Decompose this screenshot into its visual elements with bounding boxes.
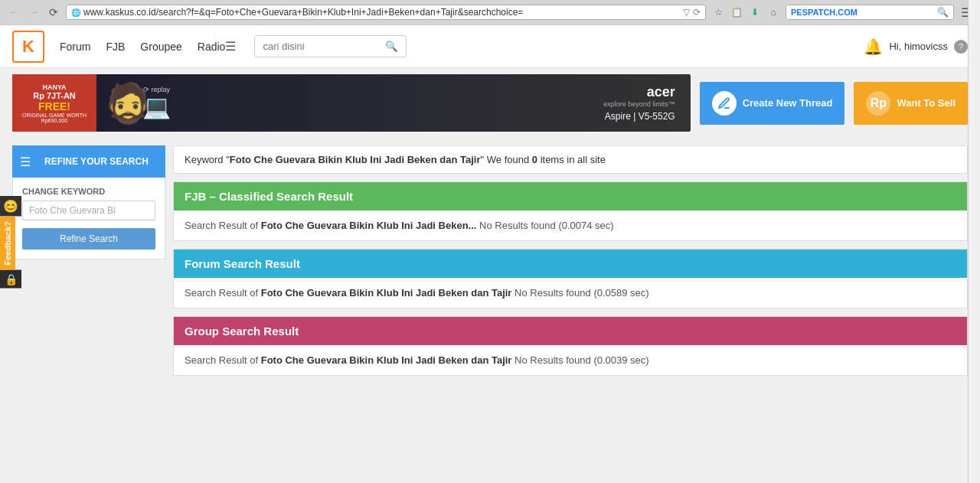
want-to-sell-label: Want To Sell: [897, 97, 956, 109]
fjb-result-section: FJB – Classified Search Result Search Re…: [173, 181, 968, 241]
main-content: ☰ REFINE YOUR SEARCH CHANGE KEYWORD Refi…: [0, 138, 980, 444]
forum-header: Forum Search Result: [174, 250, 967, 278]
search-engine-label: PESPATCH.COM: [791, 8, 858, 17]
browser-toolbar: ← → ⟳ 🌐 ▽ ⟳ ☆ 📋 ⬇ ⌂ PESPATCH.COM 🔍 ☰: [0, 0, 980, 24]
nav-links: Forum FJB Groupee Radio: [60, 38, 225, 56]
address-bar[interactable]: [83, 7, 683, 18]
star-button[interactable]: ☆: [710, 5, 726, 20]
create-thread-label: Create New Thread: [743, 97, 833, 109]
banner-aspire-text: Aspire | V5-552G: [603, 111, 675, 122]
forum-body: Search Result of Foto Che Guevara Bikin …: [174, 278, 967, 308]
browser-right: ☆ 📋 ⬇ ⌂: [710, 5, 781, 20]
group-keyword: Foto Che Guevara Bikin Klub Ini Jadi Bek…: [261, 354, 512, 366]
banner-area: HANYA Rp 7JT-AN FREE! ORIGINAL GAME WORT…: [0, 68, 980, 138]
banner-center: 🧔 ⟳ replay 💻 acer explore beyond limits™…: [96, 84, 691, 122]
fjb-keyword: Foto Che Guevara Bikin Klub Ini Jadi Bek…: [261, 220, 477, 231]
site-search-input[interactable]: [255, 36, 377, 57]
nav-fjb[interactable]: FJB: [106, 38, 125, 56]
home-button[interactable]: ⌂: [766, 5, 781, 20]
keyword-count: 0: [532, 154, 537, 165]
logo[interactable]: K: [12, 31, 44, 63]
group-result-section: Group Search Result Search Result of Fot…: [173, 316, 968, 376]
address-lock-icon: 🌐: [71, 8, 80, 17]
banner-acer-area: acer explore beyond limits™ Aspire | V5-…: [603, 84, 675, 122]
nav-groupee[interactable]: Groupee: [140, 38, 181, 56]
sidebar-header: ☰ REFINE YOUR SEARCH: [12, 145, 165, 178]
reload-button[interactable]: ⟳: [46, 5, 61, 20]
create-thread-text: Create New Thread: [743, 97, 833, 109]
keyword-postfix: items in all site: [537, 154, 606, 165]
header-right: 🔔 Hi, himovicss ?: [864, 38, 968, 56]
results-area: Keyword "Foto Che Guevara Bikin Klub Ini…: [173, 145, 968, 436]
nav-radio[interactable]: Radio: [198, 38, 226, 56]
banner-character: 🧔: [104, 81, 152, 126]
sidebar-body: CHANGE KEYWORD Refine Search: [12, 178, 165, 259]
download-button[interactable]: ⬇: [747, 5, 763, 20]
help-icon[interactable]: ?: [954, 40, 968, 54]
logo-letter: K: [22, 37, 34, 57]
refine-search-button[interactable]: Refine Search: [22, 228, 155, 250]
forum-result: No Results found (0.0589 sec): [511, 287, 648, 299]
group-header: Group Search Result: [174, 317, 967, 345]
fjb-body: Search Result of Foto Che Guevara Bikin …: [174, 210, 967, 240]
keyword-suffix: " We found: [481, 154, 532, 165]
forum-keyword: Foto Che Guevara Bikin Klub Ini Jadi Bek…: [261, 287, 512, 299]
address-refresh-icon: ⟳: [693, 7, 701, 18]
banner-acer-tagline: explore beyond limits™: [603, 100, 675, 108]
sell-currency-icon: Rp: [866, 91, 890, 116]
back-button[interactable]: ←: [6, 5, 21, 20]
group-result: No Results found (0.0039 sec): [511, 354, 648, 366]
feedback-tab[interactable]: 😊 Feedback? 🔒: [0, 195, 21, 288]
browser-chrome: ← → ⟳ 🌐 ▽ ⟳ ☆ 📋 ⬇ ⌂ PESPATCH.COM 🔍 ☰: [0, 0, 980, 25]
forum-result-section: Forum Search Result Search Result of Fot…: [173, 249, 968, 308]
create-thread-icon: [712, 91, 737, 116]
forward-button[interactable]: →: [26, 5, 41, 20]
banner-free-text: FREE!: [38, 100, 70, 113]
feedback-smiley-icon: 😊: [0, 195, 21, 216]
keyword-bar: Keyword "Foto Che Guevara Bikin Klub Ini…: [173, 145, 968, 174]
banner-image[interactable]: HANYA Rp 7JT-AN FREE! ORIGINAL GAME WORT…: [12, 74, 691, 132]
keyword-text: Foto Che Guevara Bikin Klub Ini Jadi Bek…: [230, 154, 481, 165]
create-new-thread-button[interactable]: Create New Thread: [700, 82, 845, 125]
site-search-area: 🔍: [254, 35, 407, 57]
browser-search-container: PESPATCH.COM 🔍: [786, 5, 954, 20]
address-bar-container: 🌐 ▽ ⟳: [66, 5, 706, 20]
banner-acer-text: acer: [603, 84, 675, 100]
bookmark-button[interactable]: 📋: [729, 5, 744, 20]
address-reload-icon: ▽: [683, 7, 690, 18]
hi-text: Hi, himovicss: [889, 41, 948, 52]
feedback-lock-icon: 🔒: [0, 269, 21, 288]
notification-icon[interactable]: 🔔: [864, 38, 883, 56]
banner-left-promo: HANYA Rp 7JT-AN FREE! ORIGINAL GAME WORT…: [12, 74, 96, 132]
feedback-label[interactable]: Feedback?: [0, 216, 15, 269]
banner-sub-text: ORIGINAL GAME WORTH Rp690,000: [15, 113, 93, 123]
fjb-result: No Results found (0.0074 sec): [476, 220, 613, 231]
hamburger-icon[interactable]: ☰: [225, 39, 236, 54]
sidebar: ☰ REFINE YOUR SEARCH CHANGE KEYWORD Refi…: [12, 145, 165, 436]
nav-forum[interactable]: Forum: [60, 38, 90, 56]
banner-price-text: Rp 7JT-AN: [33, 91, 76, 100]
keyword-prefix: Keyword ": [185, 154, 230, 165]
sidebar-hamburger-icon[interactable]: ☰: [20, 155, 31, 169]
app-header: K Forum FJB Groupee Radio ☰ 🔍 🔔 Hi, himo…: [0, 25, 980, 68]
site-search-button[interactable]: 🔍: [377, 36, 406, 57]
sell-text: Want To Sell: [897, 97, 956, 109]
banner-hanya-text: HANYA: [42, 83, 66, 91]
fjb-header: FJB – Classified Search Result: [174, 182, 967, 210]
browser-search-input[interactable]: [861, 7, 937, 18]
group-prefix: Search Result of: [185, 354, 261, 366]
fjb-prefix: Search Result of: [185, 220, 261, 231]
refine-search-header-button[interactable]: REFINE YOUR SEARCH: [37, 152, 156, 171]
browser-search-icon[interactable]: 🔍: [937, 7, 949, 18]
group-body: Search Result of Foto Che Guevara Bikin …: [174, 345, 967, 375]
want-to-sell-button[interactable]: Rp Want To Sell: [854, 82, 968, 125]
forum-prefix: Search Result of: [185, 287, 261, 299]
scrollbar[interactable]: [968, 0, 980, 444]
change-keyword-input[interactable]: [22, 201, 155, 220]
change-keyword-label: CHANGE KEYWORD: [22, 187, 155, 196]
